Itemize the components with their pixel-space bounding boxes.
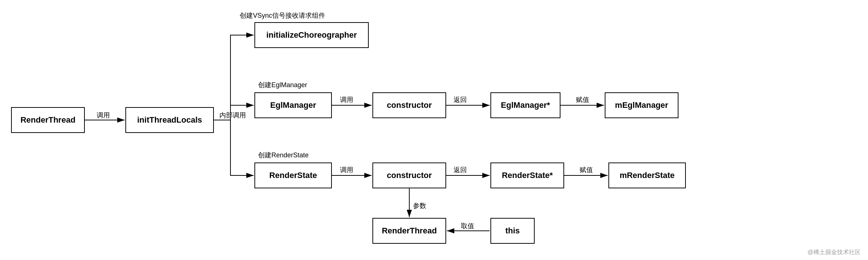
rs-constructor-box: constructor: [372, 162, 446, 188]
getvalue-label: 取值: [461, 222, 474, 230]
renderstate-ptr-box: RenderState*: [490, 162, 564, 188]
assign-egl-label: 赋值: [576, 95, 589, 104]
diagram-container: RenderThread initThreadLocals initialize…: [0, 0, 868, 260]
initthreadlocals-box: initThreadLocals: [125, 107, 214, 133]
eglmanager-box: EglManager: [254, 92, 332, 118]
eglmanager-ptr-box: EglManager*: [490, 92, 560, 118]
initializechoreographer-box: initializeChoreographer: [254, 22, 369, 48]
renderthread2-box: RenderThread: [372, 218, 446, 244]
watermark: @稀土掘金技术社区: [808, 249, 861, 256]
inner-call-label: 内部调用: [219, 111, 246, 120]
renderthread-box: RenderThread: [11, 107, 85, 133]
assign-rs-label: 赋值: [580, 165, 593, 174]
create-choreographer-label: 创建VSync信号接收请求组件: [240, 11, 325, 20]
param-label: 参数: [413, 201, 426, 210]
return-egl-label: 返回: [454, 95, 467, 104]
this-box: this: [490, 218, 535, 244]
mrenderstate-box: mRenderState: [608, 162, 686, 188]
call-rs-label: 调用: [340, 165, 353, 174]
return-rs-label: 返回: [454, 165, 467, 174]
call-egl-label: 调用: [340, 95, 353, 104]
renderstate-box: RenderState: [254, 162, 332, 188]
call-renderthread-label: 调用: [97, 111, 110, 120]
egl-constructor-box: constructor: [372, 92, 446, 118]
meglmanager-box: mEglManager: [605, 92, 678, 118]
create-eglmanager-label: 创建EglManager: [258, 81, 307, 89]
create-renderstate-label: 创建RenderState: [258, 151, 309, 160]
